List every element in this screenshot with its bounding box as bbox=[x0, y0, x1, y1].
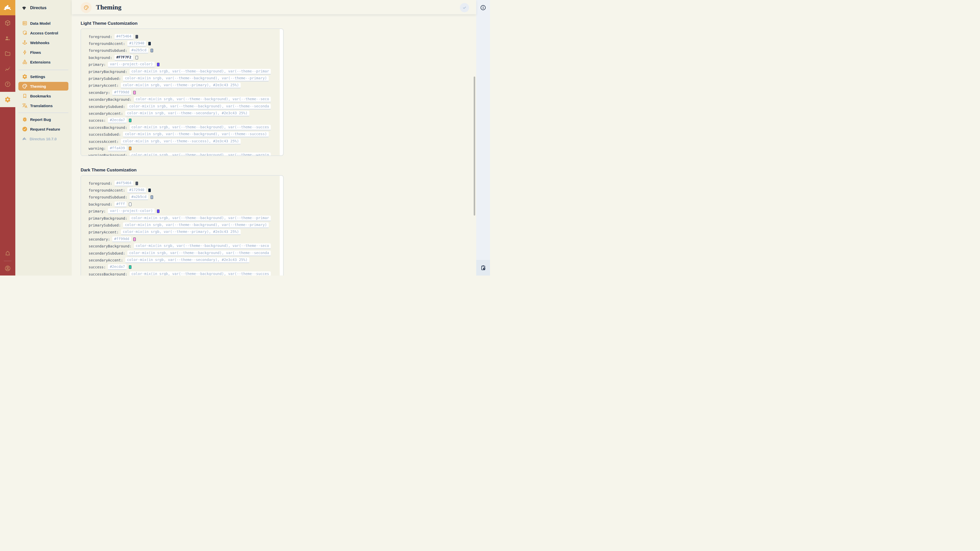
module-insights[interactable] bbox=[0, 61, 15, 76]
variable-name: secondary: bbox=[89, 91, 110, 95]
nav-divider bbox=[18, 113, 68, 113]
variable-value-input[interactable]: #fff bbox=[115, 202, 127, 207]
variable-value-input[interactable]: #ffa439 bbox=[108, 146, 127, 151]
sidebar-item-label: Access Control bbox=[30, 31, 58, 35]
page-scrollbar-thumb[interactable] bbox=[474, 76, 475, 216]
variable-value-input[interactable]: color-mix(in srgb, var(--theme--backgrou… bbox=[127, 251, 271, 256]
variable-value-input[interactable]: color-mix(in srgb, var(--theme--backgrou… bbox=[134, 97, 271, 102]
variable-value-input[interactable]: #a2b5cd bbox=[130, 194, 148, 200]
theme-variable-row: primaryAccent:color-mix(in srgb, var(--t… bbox=[89, 229, 277, 236]
sidebar-item-label: Flows bbox=[30, 50, 41, 55]
variable-value-input[interactable]: color-mix(in srgb, var(--theme--success)… bbox=[121, 139, 241, 144]
notifications-button[interactable] bbox=[0, 246, 15, 261]
variable-value-input[interactable]: color-mix(in srgb, var(--theme--backgrou… bbox=[130, 152, 271, 156]
variable-value-input[interactable]: color-mix(in srgb, var(--theme--backgrou… bbox=[123, 222, 269, 228]
variable-value-input[interactable]: color-mix(in srgb, var(--theme--backgrou… bbox=[130, 125, 271, 130]
variable-name: primarySubdued: bbox=[89, 76, 121, 81]
svg-text:?: ? bbox=[7, 83, 9, 86]
color-swatch[interactable] bbox=[133, 91, 136, 94]
project-header[interactable]: Directus bbox=[15, 0, 72, 16]
variable-value-input[interactable]: #4f5464 bbox=[115, 181, 133, 186]
settings-form: Light Theme Customization foreground:#4f… bbox=[72, 14, 476, 275]
directus-logo-tile[interactable] bbox=[0, 0, 15, 15]
sidebar-item-label: Webhooks bbox=[30, 41, 49, 45]
theme-variable-row: primary:var(--project-color) bbox=[89, 208, 277, 215]
sidebar-item-translations[interactable]: Translations bbox=[18, 101, 68, 110]
module-settings[interactable] bbox=[0, 92, 15, 107]
variable-value-input[interactable]: color-mix(in srgb, var(--theme--backgrou… bbox=[127, 104, 271, 110]
editor-scrollbar-track[interactable] bbox=[280, 29, 283, 156]
variable-value-input[interactable]: #a2b5cd bbox=[130, 48, 148, 53]
sidebar-item-report-bug[interactable]: Report Bug bbox=[18, 115, 68, 124]
color-swatch[interactable] bbox=[129, 265, 131, 269]
color-swatch[interactable] bbox=[135, 56, 138, 59]
variable-value-input[interactable]: #4f5464 bbox=[115, 34, 133, 40]
sidebar-item-data-model[interactable]: Data Model bbox=[18, 19, 68, 27]
module-files[interactable] bbox=[0, 46, 15, 61]
variable-value-input[interactable]: #ff99dd bbox=[112, 90, 131, 95]
account-button[interactable] bbox=[0, 261, 15, 275]
color-swatch[interactable] bbox=[135, 35, 138, 38]
dark-theme-editor[interactable]: foreground:#4f5464foregroundAccent:#1729… bbox=[81, 175, 283, 275]
variable-name: secondarySubdued: bbox=[89, 251, 125, 256]
sidebar-item-flows[interactable]: Flows bbox=[18, 48, 68, 57]
save-button[interactable] bbox=[460, 3, 469, 12]
module-content[interactable] bbox=[0, 15, 15, 30]
variable-value-input[interactable]: #172940 bbox=[127, 187, 146, 193]
theme-variable-row: secondaryAccent:color-mix(in srgb, var(-… bbox=[89, 257, 277, 264]
variable-value-input[interactable]: color-mix(in srgb, var(--theme--backgrou… bbox=[130, 69, 271, 75]
files-folder-icon bbox=[4, 50, 11, 57]
page-header: Theming bbox=[72, 0, 476, 14]
variable-value-input[interactable]: color-mix(in srgb, var(--theme--backgrou… bbox=[134, 243, 271, 249]
info-icon bbox=[480, 5, 486, 11]
variable-value-input[interactable]: color-mix(in srgb, var(--theme--primary)… bbox=[121, 229, 241, 235]
variable-value-input[interactable]: var(--project-color) bbox=[108, 208, 155, 214]
page-title: Theming bbox=[96, 3, 121, 11]
variable-value-input[interactable]: var(--project-color) bbox=[108, 62, 155, 67]
color-swatch[interactable] bbox=[157, 63, 159, 66]
revisions-button[interactable] bbox=[476, 260, 490, 275]
sidebar-item-access-control[interactable]: Access Control bbox=[18, 29, 68, 37]
color-swatch[interactable] bbox=[129, 119, 131, 122]
color-swatch[interactable] bbox=[151, 49, 153, 52]
variable-value-input[interactable]: color-mix(in srgb, var(--theme--backgrou… bbox=[130, 272, 271, 275]
variable-value-input[interactable]: color-mix(in srgb, var(--theme--secondar… bbox=[125, 257, 249, 263]
color-swatch[interactable] bbox=[148, 189, 151, 192]
color-swatch[interactable] bbox=[148, 42, 151, 45]
sidebar-item-webhooks[interactable]: Webhooks bbox=[18, 38, 68, 47]
theme-variable-row: foreground:#4f5464 bbox=[89, 33, 277, 40]
variable-value-input[interactable]: #2ecda7 bbox=[108, 264, 127, 270]
variable-value-input[interactable]: #172940 bbox=[127, 41, 146, 46]
variable-value-input[interactable]: color-mix(in srgb, var(--theme--secondar… bbox=[125, 111, 249, 116]
variable-value-input[interactable]: color-mix(in srgb, var(--theme--primary)… bbox=[121, 83, 241, 88]
variable-value-input[interactable]: color-mix(in srgb, var(--theme--backgrou… bbox=[123, 76, 269, 81]
editor-scrollbar-track[interactable] bbox=[280, 176, 283, 275]
variable-value-input[interactable]: color-mix(in srgb, var(--theme--backgrou… bbox=[123, 132, 269, 137]
theme-variable-row: secondary:#ff99dd bbox=[89, 89, 277, 96]
sidebar-item-extensions[interactable]: Extensions bbox=[18, 58, 68, 66]
variable-name: primaryAccent: bbox=[89, 230, 119, 234]
theme-variable-row: primarySubdued:color-mix(in srgb, var(--… bbox=[89, 222, 277, 229]
sidebar-item-request-feature[interactable]: Request Feature bbox=[18, 125, 68, 133]
sidebar-item-bookmarks[interactable]: Bookmarks bbox=[18, 92, 68, 100]
variable-value-input[interactable]: color-mix(in srgb, var(--theme--backgrou… bbox=[130, 216, 271, 221]
light-theme-editor[interactable]: foreground:#4f5464foregroundAccent:#1729… bbox=[81, 29, 283, 156]
theme-variable-row: warningBackground:color-mix(in srgb, var… bbox=[89, 152, 277, 156]
color-swatch[interactable] bbox=[151, 195, 153, 199]
variable-name: foregroundAccent: bbox=[89, 41, 125, 46]
color-swatch[interactable] bbox=[129, 203, 131, 206]
color-swatch[interactable] bbox=[133, 238, 136, 241]
variable-value-input[interactable]: #ff99dd bbox=[112, 237, 131, 242]
sidebar-item-settings[interactable]: Settings bbox=[18, 72, 68, 81]
color-swatch[interactable] bbox=[135, 182, 138, 185]
variable-value-input[interactable]: #F7F7F2 bbox=[115, 55, 133, 60]
color-swatch[interactable] bbox=[129, 147, 131, 150]
color-swatch[interactable] bbox=[157, 210, 159, 213]
info-button[interactable] bbox=[480, 5, 486, 11]
module-users[interactable] bbox=[0, 30, 15, 46]
nav-divider bbox=[18, 70, 68, 70]
variable-value-input[interactable]: #2ecda7 bbox=[108, 118, 127, 123]
module-docs[interactable]: ? bbox=[0, 76, 15, 92]
sidebar-item-theming[interactable]: Theming bbox=[18, 82, 68, 91]
theme-variable-row: •background:#F7F7F2 bbox=[89, 54, 277, 61]
